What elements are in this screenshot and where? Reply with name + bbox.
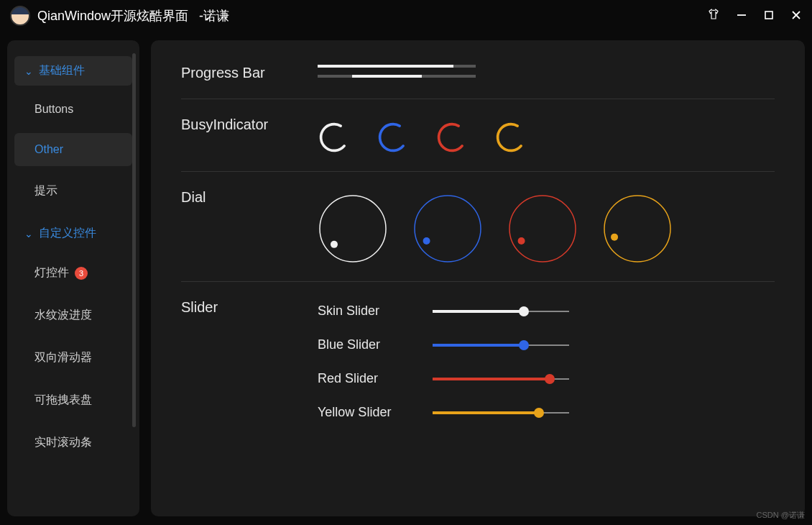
titlebar: QianWindow开源炫酷界面 -诺谦: [0, 0, 812, 32]
slider-label: Skin Slider: [318, 303, 433, 319]
dial-handle[interactable]: [611, 234, 618, 241]
window-controls: [707, 8, 802, 24]
sidebar-item-label: Buttons: [34, 103, 73, 116]
busy-spinner: [494, 121, 527, 154]
dial-control[interactable]: [318, 193, 388, 264]
busy-spinner: [435, 121, 469, 154]
progress-fill: [352, 75, 422, 78]
sidebar-scrollbar[interactable]: [132, 53, 136, 427]
section-dial: Dial: [181, 171, 775, 281]
sidebar-item-buttons[interactable]: Buttons: [14, 93, 132, 126]
dial-control[interactable]: [412, 193, 483, 264]
svg-rect-1: [765, 12, 772, 19]
sidebar-item-label: 双向滑动器: [34, 350, 92, 365]
busy-spinner: [318, 121, 351, 154]
close-button[interactable]: [790, 8, 802, 24]
app-title: QianWindow开源炫酷界面 -诺谦: [37, 7, 229, 24]
slider-row: Skin Slider: [318, 303, 775, 319]
svg-point-4: [318, 121, 351, 154]
slider-track[interactable]: [433, 412, 569, 414]
sidebar-item-label: 灯控件: [34, 265, 69, 280]
dial-handle[interactable]: [518, 237, 525, 245]
sidebar-item-label: 可拖拽表盘: [34, 393, 92, 408]
slider-track[interactable]: [433, 378, 569, 380]
svg-point-9: [415, 196, 481, 262]
slider-label: Red Slider: [318, 371, 433, 386]
sidebar-item-scrollbar[interactable]: 实时滚动条: [14, 425, 132, 460]
progress-fill: [318, 65, 453, 68]
slider-fill: [433, 411, 539, 414]
slider-fill: [433, 310, 524, 313]
sidebar-item-badge: 3: [75, 267, 88, 280]
slider-label: Blue Slider: [318, 337, 433, 352]
busy-spinner: [377, 121, 410, 154]
svg-point-11: [604, 196, 670, 262]
sidebar-group-label: 基础组件: [39, 63, 85, 78]
sidebar-item-label: 水纹波进度: [34, 308, 92, 323]
sidebar-item-label: 提示: [34, 183, 57, 198]
slider-label: Yellow Slider: [318, 405, 433, 420]
slider-row: Blue Slider: [318, 337, 775, 352]
watermark: CSDN @诺谦: [757, 510, 805, 521]
section-title: Dial: [181, 189, 318, 206]
sidebar-item-ripple-progress[interactable]: 水纹波进度: [14, 298, 132, 333]
sidebar-item-label: 实时滚动条: [34, 435, 92, 450]
sidebar-item-drag-dial[interactable]: 可拖拽表盘: [14, 383, 132, 418]
section-slider: Slider Skin SliderBlue SliderRed SliderY…: [181, 281, 775, 437]
chevron-down-icon: ⌄: [24, 65, 33, 77]
minimize-button[interactable]: [736, 8, 747, 24]
content-panel: Progress Bar BusyIndicator Dial Slider S…: [151, 40, 805, 516]
svg-point-7: [494, 121, 527, 154]
slider-fill: [433, 344, 524, 347]
slider-thumb[interactable]: [534, 408, 544, 418]
slider-track[interactable]: [433, 344, 569, 346]
progress-bar: [318, 75, 476, 78]
slider-fill: [433, 378, 550, 380]
section-busy: BusyIndicator: [181, 99, 775, 171]
section-title: BusyIndicator: [181, 117, 318, 133]
section-title: Slider: [181, 299, 318, 316]
section-progress: Progress Bar: [181, 65, 775, 99]
dial-handle[interactable]: [423, 237, 430, 245]
slider-row: Red Slider: [318, 371, 775, 386]
slider-thumb[interactable]: [519, 306, 529, 316]
maximize-button[interactable]: [763, 8, 775, 24]
dial-control[interactable]: [602, 193, 673, 264]
sidebar-group-basic[interactable]: ⌄ 基础组件: [14, 56, 132, 86]
sidebar-item-tips[interactable]: 提示: [14, 173, 132, 209]
dial-handle[interactable]: [331, 241, 338, 248]
app-icon: [10, 6, 30, 26]
svg-point-6: [435, 121, 469, 154]
slider-thumb[interactable]: [545, 374, 555, 384]
svg-point-10: [509, 196, 576, 262]
sidebar: ⌄ 基础组件 Buttons Other 提示 ⌄ 自定义控件 灯控件 3 水纹…: [7, 40, 139, 516]
svg-point-5: [377, 121, 410, 154]
slider-thumb[interactable]: [519, 340, 529, 350]
progress-bar: [318, 65, 476, 68]
sidebar-item-light-widget[interactable]: 灯控件 3: [14, 255, 132, 291]
dial-control[interactable]: [507, 193, 578, 264]
section-title: Progress Bar: [181, 65, 318, 81]
sidebar-group-label: 自定义控件: [39, 226, 96, 241]
sidebar-item-label: Other: [34, 143, 63, 156]
slider-track[interactable]: [433, 311, 569, 312]
slider-row: Yellow Slider: [318, 405, 775, 420]
sidebar-group-custom[interactable]: ⌄ 自定义控件: [14, 219, 132, 248]
svg-point-8: [320, 196, 386, 262]
sidebar-item-dual-slider[interactable]: 双向滑动器: [14, 340, 132, 375]
shirt-icon[interactable]: [707, 8, 720, 24]
sidebar-item-other[interactable]: Other: [14, 133, 132, 166]
chevron-down-icon: ⌄: [24, 228, 33, 239]
